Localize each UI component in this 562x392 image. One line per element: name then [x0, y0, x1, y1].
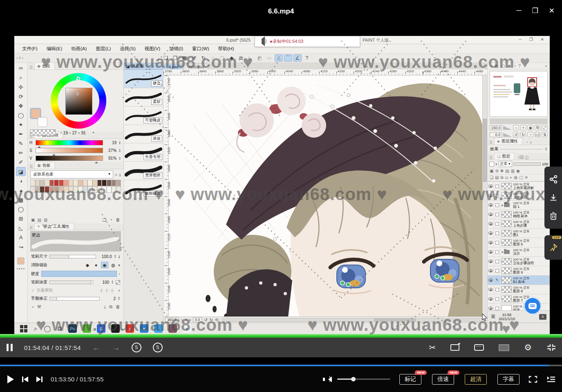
swatch-view-icon[interactable]: ▣ — [31, 218, 35, 222]
swatch-cell[interactable] — [102, 180, 107, 186]
canvas-horizontal-scrollbar[interactable] — [222, 318, 484, 322]
cortana-icon[interactable]: ◯ — [44, 325, 51, 332]
swatch-cell[interactable] — [116, 186, 121, 193]
aa-hard-icon[interactable]: ◆ — [84, 262, 91, 268]
menu-item[interactable]: 窗口(W) — [188, 46, 214, 52]
text-tool[interactable]: A — [16, 233, 26, 242]
navigator-rotation-value[interactable]: 0.0 — [490, 132, 502, 137]
wheel-mode-icon[interactable]: ◔ — [92, 130, 94, 136]
info-icon[interactable]: ? — [518, 64, 521, 68]
stepper-icon[interactable]: ▲▼ — [118, 296, 120, 301]
layer-thumbnail[interactable] — [502, 192, 512, 199]
ruler-tool[interactable]: ◺ — [16, 223, 26, 232]
next-button[interactable] — [36, 376, 43, 382]
layer-action-icon[interactable]: ◐ — [510, 175, 512, 180]
blend-mode-select[interactable]: 正常 ▾ — [499, 161, 512, 167]
layer-checkbox[interactable] — [494, 294, 500, 303]
eraser-preset[interactable]: 硬边 — [124, 70, 163, 88]
eye-icon[interactable] — [488, 238, 494, 247]
layer-action-icon[interactable]: ▤ — [495, 175, 499, 180]
minimize-icon[interactable]: ─ — [516, 7, 521, 15]
step-back-icon[interactable]: ← — [92, 343, 101, 352]
layer-thumbnail[interactable] — [502, 258, 512, 265]
zoom-in-icon[interactable]: + — [185, 318, 187, 322]
layer-thumbnail[interactable] — [502, 267, 512, 274]
brush-size-slider[interactable] — [49, 255, 96, 258]
layer-thumbnail[interactable] — [502, 220, 512, 227]
export-pin-button[interactable] — [450, 344, 459, 351]
layer-row[interactable]: 100 % 正常上色常规讲解 — [488, 182, 550, 191]
size-unit-icon[interactable]: ⤓ — [119, 254, 120, 259]
chevron-down-icon[interactable]: ▾ — [118, 263, 120, 267]
stepper-icon[interactable]: ▲▼ — [119, 141, 121, 145]
line-straight-icon[interactable]: ∕ — [275, 54, 283, 62]
menu-item[interactable]: 帮助(H) — [214, 46, 239, 52]
delete-icon[interactable]: 🗑 — [116, 304, 120, 310]
hardness-slider[interactable] — [41, 271, 117, 277]
rewind-5s-button[interactable]: 5 — [132, 343, 141, 352]
nav-copy-icon[interactable]: ⧉ — [535, 125, 541, 130]
move-tool[interactable]: ✥ — [16, 101, 26, 110]
layer-lock-icon[interactable]: ◉ — [516, 169, 520, 173]
stepper-icon[interactable]: ▲▼ — [114, 254, 116, 258]
swatch-cell[interactable] — [87, 186, 92, 193]
swatch-cell[interactable] — [116, 180, 121, 186]
swatch-cell[interactable] — [59, 180, 64, 186]
taskbar-app-drive-icon[interactable] — [154, 324, 163, 333]
marker-tool[interactable]: ✐ — [16, 158, 26, 167]
chevron-right-icon[interactable]: › — [119, 272, 120, 276]
taskbar-wps-icon[interactable]: S — [97, 324, 105, 333]
eraser-preset[interactable]: 吸附橡皮 — [124, 180, 163, 198]
sv-marker[interactable] — [76, 92, 79, 96]
comment-button[interactable] — [474, 344, 484, 351]
pen-tool[interactable]: ✎ — [16, 139, 26, 148]
close-icon[interactable]: ✕ — [549, 7, 555, 15]
eye-icon[interactable] — [488, 229, 494, 238]
layer-undo-icon[interactable]: ⌫ ◫ — [518, 155, 528, 160]
eraser-tab[interactable]: 橡皮擦 — [131, 63, 143, 69]
gradient-tool[interactable]: ▩ — [16, 195, 26, 204]
sv-square[interactable] — [65, 88, 92, 115]
hue-marker[interactable] — [76, 76, 81, 81]
brush-tool[interactable]: ✑ — [16, 64, 26, 73]
menu-item[interactable]: 图层(L) — [91, 46, 115, 52]
rotate-view-tool[interactable]: ⟳ — [16, 92, 26, 101]
layer-lock-icon[interactable]: ▥ — [511, 169, 515, 173]
canvas-viewport[interactable]: 1760180018401880192019602000204020802120… — [163, 76, 487, 316]
layer-row[interactable]: 100 % 正常立绘步骤说明 — [488, 257, 550, 266]
hand-tool[interactable]: ✣ — [16, 82, 26, 91]
layers-tab[interactable]: 图层 — [502, 154, 510, 159]
rotate-ccw-icon[interactable]: ↺ — [204, 318, 207, 322]
step-forward-icon[interactable]: → — [112, 343, 120, 352]
swatch-cell[interactable] — [30, 186, 35, 193]
layer-lock-icon[interactable]: ⊘ — [495, 169, 498, 173]
aa-solid-icon[interactable]: ● — [92, 262, 100, 268]
menu-item[interactable]: 编辑(E) — [42, 46, 67, 52]
taskbar-qq-icon[interactable] — [111, 324, 120, 333]
line-curve-icon[interactable]: ⌒ — [284, 54, 292, 62]
nav-flip-h-icon[interactable]: ▷| — [535, 132, 541, 137]
canvas-vertical-scrollbar[interactable] — [482, 76, 487, 316]
nav-zoom-in-icon[interactable]: + — [520, 125, 526, 130]
vector-erase-label[interactable]: 矢量擦除 — [36, 287, 53, 293]
layer-thumbnail[interactable] — [502, 296, 512, 302]
pin-icon[interactable] — [549, 243, 558, 252]
curve-select-tool[interactable]: ↝ — [16, 242, 26, 251]
eye-icon[interactable] — [488, 219, 494, 228]
swatch-cell[interactable] — [92, 186, 97, 193]
save-file-icon[interactable]: ▦ — [181, 54, 189, 62]
menu-item[interactable]: 视图(V) — [140, 46, 165, 52]
layer-action-icon[interactable]: ▢ — [519, 175, 523, 180]
eraser-preset[interactable]: 贯穿图层 — [124, 162, 163, 180]
panel-menu-icon[interactable]: ☰ — [488, 156, 494, 160]
import-icon[interactable]: ⤓ — [104, 304, 106, 310]
eraser-preset[interactable]: 柔软 — [124, 88, 163, 107]
replace-swatch-icon[interactable]: ◔ — [110, 217, 112, 223]
bucket-tool[interactable]: ◕ — [16, 186, 26, 195]
menu-item[interactable]: 选择(S) — [115, 46, 140, 52]
maximize-icon[interactable]: ❐ — [532, 7, 538, 15]
shade-tool-icon[interactable]: ◩ — [256, 54, 264, 62]
density-slider[interactable] — [49, 281, 93, 284]
undo-icon[interactable]: ↺ — [190, 54, 198, 62]
nav-thumb-icon[interactable]: ▦ — [495, 64, 499, 68]
